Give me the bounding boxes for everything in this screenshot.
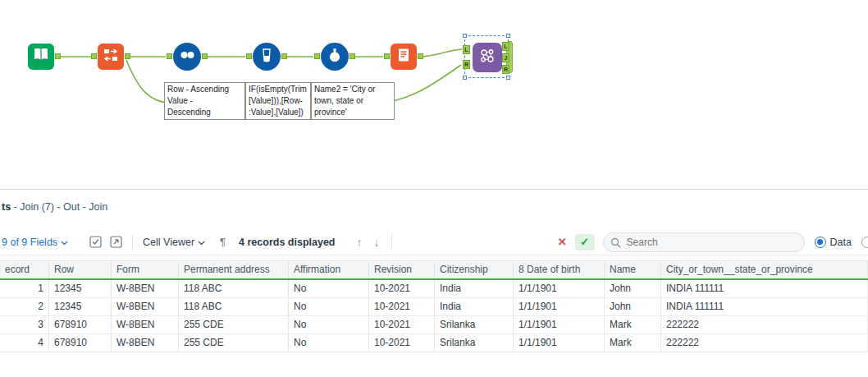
- annotation-sort[interactable]: Row - Ascending Value - Descending: [164, 82, 245, 120]
- toolbar-separator: [132, 235, 133, 250]
- input-anchor[interactable]: [314, 53, 320, 59]
- join-tool[interactable]: [473, 43, 502, 72]
- column-header[interactable]: City_or_town__state_or_province: [661, 261, 868, 278]
- column-header[interactable]: Form: [112, 261, 179, 278]
- column-header[interactable]: Citizenship: [435, 261, 514, 278]
- sort-icon: [179, 47, 195, 67]
- formula-tool[interactable]: [321, 43, 349, 71]
- sort-tool[interactable]: [173, 43, 201, 71]
- cell: 1/1/1901: [514, 334, 605, 352]
- column-header[interactable]: Affirmation: [289, 261, 369, 278]
- results-toolbar: 9 of 9 Fields Cell Viewer ¶ 4 records di…: [0, 229, 868, 255]
- cancel-button[interactable]: ✕: [558, 236, 567, 248]
- join-right-anchor-j[interactable]: J: [502, 53, 509, 62]
- select-all-checkbox-icon[interactable]: [89, 236, 102, 248]
- input-anchor[interactable]: [384, 53, 390, 59]
- results-pane: ts - Join (7) - Out - Join 9 of 9 Fields…: [0, 189, 868, 377]
- table-row[interactable]: 1 12345 W-8BEN 118 ABC No 10-2021 India …: [0, 280, 868, 298]
- column-header[interactable]: Name: [605, 261, 661, 278]
- records-displayed-label: 4 records displayed: [239, 237, 335, 248]
- cell: Srilanka: [435, 334, 514, 352]
- search-icon: [610, 237, 621, 251]
- record-id-tool[interactable]: [98, 44, 124, 70]
- input-anchor[interactable]: [91, 53, 97, 59]
- search-input[interactable]: [603, 232, 805, 252]
- join-left-anchor-r[interactable]: R: [463, 60, 470, 69]
- scroll-up-icon[interactable]: ↑: [357, 236, 363, 249]
- join-tool-selection[interactable]: L R L J R: [464, 35, 509, 78]
- output-anchor[interactable]: [125, 53, 130, 59]
- cell-viewer-dropdown[interactable]: Cell Viewer: [143, 237, 205, 248]
- input-data-icon: [33, 47, 49, 67]
- input-anchor[interactable]: [246, 53, 252, 59]
- selection-handle[interactable]: [463, 76, 467, 80]
- scroll-down-icon[interactable]: ↓: [374, 236, 380, 249]
- column-header[interactable]: ecord: [0, 261, 49, 278]
- input-data-tool[interactable]: [28, 44, 54, 70]
- cell: 118 ABC: [179, 280, 289, 297]
- multi-row-formula-icon: [258, 47, 275, 67]
- confirm-button[interactable]: ✓: [575, 234, 595, 251]
- cell: 1/1/1901: [514, 316, 605, 333]
- workflow-canvas: L R L J R Row - Ascending Value - Descen…: [0, 0, 868, 189]
- cell: No: [289, 298, 369, 315]
- annotation-formula-expression[interactable]: IF(isEmpty(Trim [Value])),[Row- :Value],…: [245, 82, 311, 120]
- output-anchor[interactable]: [55, 53, 61, 59]
- table-row[interactable]: 3 678910 W-8BEN 255 CDE No 10-2021 Srila…: [0, 316, 868, 334]
- cell: Srilanka: [435, 316, 514, 333]
- output-anchor[interactable]: [281, 53, 287, 59]
- join-right-anchor-l[interactable]: L: [502, 42, 509, 51]
- pilcrow-icon[interactable]: ¶: [220, 236, 226, 248]
- cell-viewer-label: Cell Viewer: [143, 237, 194, 248]
- table-row[interactable]: 2 12345 W-8BEN 118 ABC No 10-2021 India …: [0, 298, 868, 316]
- output-anchor[interactable]: [418, 53, 423, 59]
- metadata-radio[interactable]: [861, 237, 868, 248]
- fields-dropdown[interactable]: 9 of 9 Fields: [2, 237, 68, 248]
- output-anchor[interactable]: [202, 53, 208, 59]
- join-left-anchor-l[interactable]: L: [463, 45, 470, 54]
- cell: 12345: [49, 280, 112, 297]
- breadcrumb-path: - Join (7) - Out - Join: [11, 201, 107, 213]
- input-anchor[interactable]: [167, 53, 172, 59]
- selection-handle[interactable]: [506, 76, 510, 80]
- join-icon: [477, 46, 497, 69]
- annotation-line: province': [314, 107, 391, 118]
- cell: 1/1/1901: [514, 280, 605, 297]
- multi-row-formula-tool[interactable]: [253, 43, 281, 71]
- export-icon[interactable]: [110, 236, 122, 248]
- cell: No: [289, 280, 369, 297]
- cell: W-8BEN: [112, 334, 179, 352]
- column-header[interactable]: Revision: [369, 261, 435, 278]
- cell: 118 ABC: [179, 298, 289, 315]
- column-header[interactable]: 8 Date of birth: [514, 261, 605, 278]
- annotation-line: IF(isEmpty(Trim: [249, 84, 308, 95]
- select-tool[interactable]: [391, 44, 417, 70]
- data-radio[interactable]: Data: [815, 237, 852, 248]
- record-id-icon: [103, 47, 119, 67]
- join-right-anchor-r[interactable]: R: [502, 65, 509, 74]
- cell: No: [289, 334, 369, 352]
- column-header[interactable]: Row: [49, 261, 112, 278]
- cell: 222222: [661, 316, 868, 333]
- radio-selected-icon: [815, 237, 826, 248]
- cell: Mark: [605, 316, 661, 333]
- annotation-line: [Value])),[Row-: [249, 95, 308, 107]
- cell: 222222: [661, 334, 868, 352]
- table-row[interactable]: 4 678910 W-8BEN 255 CDE No 10-2021 Srila…: [0, 334, 868, 352]
- cell: 255 CDE: [179, 334, 289, 352]
- selection-handle[interactable]: [463, 34, 467, 38]
- cell: 10-2021: [369, 334, 435, 352]
- annotation-line: Value -: [167, 95, 242, 107]
- cell: 4: [0, 334, 49, 352]
- output-anchor[interactable]: [349, 53, 355, 59]
- cell: 3: [0, 316, 49, 333]
- selection-handle[interactable]: [506, 34, 510, 38]
- annotation-formula-name2[interactable]: Name2 = 'City or town, state or province…: [311, 82, 395, 120]
- table-header-row: ecord Row Form Permanent address Affirma…: [0, 261, 868, 280]
- cell: W-8BEN: [112, 316, 179, 333]
- annotation-line: Row - Ascending: [167, 84, 242, 95]
- column-header[interactable]: Permanent address: [179, 261, 289, 278]
- chevron-down-icon: [198, 237, 205, 248]
- cell: INDIA 111111: [661, 298, 868, 315]
- cell: 255 CDE: [179, 316, 289, 333]
